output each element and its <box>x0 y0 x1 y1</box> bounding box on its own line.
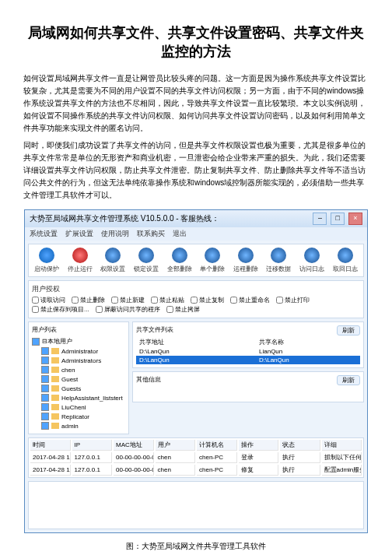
shared-files-panel: 共享文件列表 刷新 共享地址 共享名称 D:\LanQun LianQun D:… <box>132 321 364 368</box>
toolbar-button[interactable]: 运程删除 <box>229 248 263 273</box>
toolbar-button[interactable]: 权限设置 <box>96 248 130 273</box>
tree-node[interactable]: LiuChenl <box>32 402 125 412</box>
menu-item[interactable]: 系统设置 <box>30 230 58 237</box>
menu-item[interactable]: 扩展设置 <box>65 230 93 237</box>
toolbar-button[interactable]: 迁移数据 <box>262 248 296 273</box>
maximize-button[interactable]: □ <box>331 213 345 225</box>
toolbar-button[interactable]: 启动保护 <box>30 248 64 273</box>
menu-item[interactable]: 退出 <box>173 230 187 237</box>
intro-para-2: 同时，即便我们成功设置了共享文件的访问，但是共享文件权限设置也极为重要，尤其是很… <box>23 139 369 202</box>
permission-check[interactable]: 禁止保存到项目... <box>32 305 89 314</box>
grid-header: 详细 <box>322 440 362 451</box>
user-tree-label: 用户列表 <box>32 325 125 334</box>
grid-row[interactable]: 2017-04-28 12:11:30127.0.0.100-00-00-00-… <box>30 465 362 476</box>
permission-check[interactable]: 禁止粘贴 <box>151 296 184 304</box>
permission-check[interactable]: 禁止删除 <box>72 296 105 304</box>
tree-node[interactable]: Guests <box>32 384 125 393</box>
toolbar: 启动保护停止运行权限设置锁定设置全部删除单个删除运程删除迁移数据访问日志取回日志 <box>28 244 364 277</box>
titlebar: 大势至局域网共享文件管理系统 V10.5.0.0 - 客服热线： – □ × <box>25 210 367 227</box>
share-header: 共享地址 共享名称 <box>136 337 360 347</box>
grid-header: 操作 <box>239 440 279 451</box>
toolbar-button[interactable]: 单个删除 <box>196 248 229 273</box>
refresh-button-2[interactable]: 刷新 <box>337 375 360 385</box>
tree-root[interactable]: ⊟ 本地用户 <box>32 336 125 346</box>
grid-empty-area <box>28 481 364 529</box>
toolbar-icon <box>304 248 320 263</box>
close-button[interactable]: × <box>348 213 362 225</box>
toolbar-icon <box>138 248 154 263</box>
page-title: 局域网如何共享文件、共享文件设置密码、共享文件夹监控的方法 <box>23 23 369 61</box>
other-info-title: 其他信息 <box>136 375 161 385</box>
menu-item[interactable]: 使用说明 <box>101 230 129 237</box>
toolbar-icon <box>205 248 220 263</box>
share-row-selected[interactable]: D:\LanQun D:\LanQun <box>136 356 360 364</box>
minimize-button[interactable]: – <box>313 213 327 225</box>
share-row[interactable]: D:\LanQun LianQun <box>136 347 360 356</box>
permission-check[interactable]: 禁止复制 <box>191 296 224 304</box>
toolbar-button[interactable]: 锁定设置 <box>130 248 163 273</box>
grid-header: 状态 <box>280 440 320 451</box>
toolbar-icon <box>271 248 286 263</box>
permissions-title: 用户授权 <box>32 284 360 294</box>
permission-check[interactable]: 屏蔽访问共享的程序 <box>96 305 160 314</box>
shared-files-title: 共享文件列表 <box>136 325 173 335</box>
tree-node[interactable]: Administrator <box>32 346 125 356</box>
toolbar-icon <box>105 248 121 263</box>
log-grid: 时间IPMAC地址用户计算机名操作状态详细 2017-04-28 12:11:3… <box>28 437 364 478</box>
tree-node[interactable]: Guest <box>32 374 125 384</box>
tree-node[interactable]: admin <box>32 421 125 430</box>
toolbar-icon <box>39 248 54 263</box>
permission-check[interactable]: 禁止拷屏 <box>166 305 200 314</box>
toolbar-icon <box>238 248 254 263</box>
toolbar-button[interactable]: 停止运行 <box>64 248 97 273</box>
window-controls: – □ × <box>311 213 362 225</box>
grid-header: 计算机名 <box>197 440 237 451</box>
toolbar-button[interactable]: 访问日志 <box>296 248 329 273</box>
toolbar-icon <box>72 248 88 263</box>
permission-check[interactable]: 禁止重命名 <box>230 296 270 304</box>
permission-check[interactable]: 禁止新建 <box>111 296 145 304</box>
tree-node[interactable]: HelpAssistant_liststert <box>32 393 125 402</box>
other-info-panel: 其他信息 刷新 <box>132 371 364 402</box>
permissions-section: 用户授权 读取访问禁止删除禁止新建禁止粘贴禁止复制禁止重命名禁止打印禁止保存到项… <box>28 280 364 318</box>
grid-row[interactable]: 2017-04-28 12:11:30127.0.0.100-00-00-00-… <box>30 452 362 463</box>
tree-node[interactable]: chen <box>32 365 125 374</box>
tree-node[interactable]: Administrators <box>32 356 125 365</box>
grid-header: 用户 <box>156 440 196 451</box>
refresh-button[interactable]: 刷新 <box>337 325 360 335</box>
user-tree-panel: 用户列表 ⊟ 本地用户 AdministratorAdministratorsc… <box>28 321 129 434</box>
toolbar-button[interactable]: 全部删除 <box>163 248 196 273</box>
tree-node[interactable]: Replicator <box>32 412 125 421</box>
menubar: 系统设置扩展设置使用说明联系购买退出 <box>25 227 367 241</box>
intro-para-1: 如何设置局域网共享文件一直是让网管员比较头疼的问题。这一方面是因为操作系统共享文… <box>23 72 369 135</box>
grid-header: MAC地址 <box>114 440 154 451</box>
permission-check[interactable]: 禁止打印 <box>276 296 310 304</box>
grid-header: IP <box>72 440 113 451</box>
grid-header: 时间 <box>30 440 71 451</box>
menu-item[interactable]: 联系购买 <box>137 230 165 237</box>
window-title: 大势至局域网共享文件管理系统 V10.5.0.0 - 客服热线： <box>30 213 219 224</box>
toolbar-button[interactable]: 取回日志 <box>328 248 362 273</box>
toolbar-icon <box>338 248 353 263</box>
app-screenshot: 大势至局域网共享文件管理系统 V10.5.0.0 - 客服热线： – □ × 系… <box>24 209 368 533</box>
permission-check[interactable]: 读取访问 <box>32 296 65 304</box>
toolbar-icon <box>172 248 187 263</box>
figure-caption: 图：大势至局域网文件共享管理工具软件 <box>23 541 369 552</box>
permission-checks: 读取访问禁止删除禁止新建禁止粘贴禁止复制禁止重命名禁止打印禁止保存到项目...屏… <box>32 296 360 314</box>
